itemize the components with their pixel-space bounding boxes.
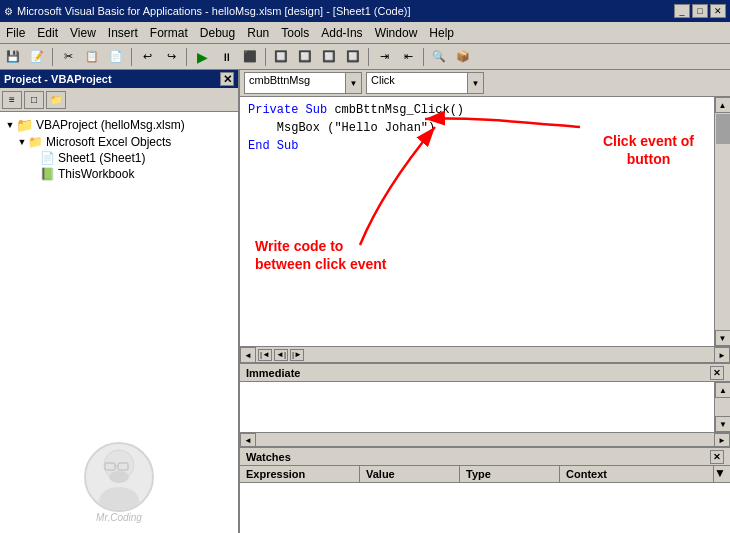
immediate-close[interactable]: ✕ — [710, 366, 724, 380]
toolbar-btn6[interactable]: 🔲 — [294, 47, 316, 67]
object-combo-wrapper: cmbBttnMsg ▼ — [244, 72, 362, 94]
menu-tools[interactable]: Tools — [275, 24, 315, 42]
toolbar-redo[interactable]: ↪ — [160, 47, 182, 67]
watches-close[interactable]: ✕ — [710, 450, 724, 464]
immediate-vscroll[interactable]: ▲ ▼ — [714, 382, 730, 432]
menu-view[interactable]: View — [64, 24, 102, 42]
toggle-folders-btn[interactable]: 📁 — [46, 91, 66, 109]
tree-vbaproject[interactable]: ▼ 📁 VBAProject (helloMsg.xlsm) — [4, 116, 234, 134]
menu-addins[interactable]: Add-Ins — [315, 24, 368, 42]
toolbar-obj-browser[interactable]: 📦 — [452, 47, 474, 67]
code-scroll-area: Private Sub cmbBttnMsg_Click() MsgBox ("… — [240, 97, 714, 346]
toolbar-copy[interactable]: 📋 — [81, 47, 103, 67]
toolbar-sep4 — [265, 48, 266, 66]
app-icon: ⚙ — [4, 6, 13, 17]
menu-debug[interactable]: Debug — [194, 24, 241, 42]
watermark: Mr.Coding — [84, 442, 154, 523]
scroll-thumb[interactable] — [716, 114, 730, 144]
imm-scroll-down[interactable]: ▼ — [715, 416, 730, 432]
hscroll-btn3[interactable]: |► — [290, 349, 304, 361]
imm-scroll-track — [715, 398, 730, 416]
event-combo-wrapper: Click ▼ — [366, 72, 484, 94]
maximize-button[interactable]: □ — [692, 4, 708, 18]
menu-file[interactable]: File — [0, 24, 31, 42]
toolbar-btn5[interactable]: 🔲 — [270, 47, 292, 67]
toolbar-insert[interactable]: 📝 — [26, 47, 48, 67]
toolbar-cut[interactable]: ✂ — [57, 47, 79, 67]
toolbar-stop[interactable]: ⬛ — [239, 47, 261, 67]
watermark-text: Mr.Coding — [96, 512, 142, 523]
sheet1-label: Sheet1 (Sheet1) — [58, 151, 145, 165]
project-panel-label: Project - VBAProject — [4, 73, 112, 85]
view-object-btn[interactable]: □ — [24, 91, 44, 109]
immediate-content[interactable] — [240, 382, 714, 432]
code-line-2: MsgBox ("Hello Johan") — [248, 119, 706, 137]
code-content: Private Sub cmbBttnMsg_Click() MsgBox ("… — [240, 97, 714, 159]
toolbar-sep1 — [52, 48, 53, 66]
watches-corner: ▼ — [714, 466, 730, 482]
imm-hscroll-track — [256, 433, 714, 446]
menu-insert[interactable]: Insert — [102, 24, 144, 42]
svg-point-5 — [99, 487, 139, 510]
toolbar-paste[interactable]: 📄 — [105, 47, 127, 67]
toolbar-pause[interactable]: ⏸ — [215, 47, 237, 67]
menu-window[interactable]: Window — [369, 24, 424, 42]
project-panel-toolbar: ≡ □ 📁 — [0, 88, 238, 112]
menu-edit[interactable]: Edit — [31, 24, 64, 42]
code-hscrollbar[interactable]: ◄ |◄ ◄| |► ► — [240, 346, 730, 362]
expand-icon: ▼ — [4, 120, 16, 130]
imm-hscroll-right[interactable]: ► — [714, 433, 730, 447]
thisworkbook-label: ThisWorkbook — [58, 167, 134, 181]
watches-col-context: Context — [560, 466, 714, 482]
tree-thisworkbook[interactable]: 📗 ThisWorkbook — [4, 166, 234, 182]
event-combo-arrow[interactable]: ▼ — [467, 73, 483, 93]
sheet1-expand — [28, 153, 40, 163]
scroll-down-btn[interactable]: ▼ — [715, 330, 731, 346]
menu-help[interactable]: Help — [423, 24, 460, 42]
imm-scroll-up[interactable]: ▲ — [715, 382, 730, 398]
event-combo[interactable]: Click — [367, 73, 467, 93]
code-vscrollbar[interactable]: ▲ ▼ — [714, 97, 730, 346]
scroll-up-btn[interactable]: ▲ — [715, 97, 731, 113]
hscroll-left[interactable]: ◄ — [240, 347, 256, 363]
code-line-1: Private Sub cmbBttnMsg_Click() — [248, 101, 706, 119]
thisworkbook-expand — [28, 169, 40, 179]
toolbar-btn7[interactable]: 🔲 — [318, 47, 340, 67]
avatar-circle — [84, 442, 154, 512]
project-panel-close[interactable]: ✕ — [220, 72, 234, 86]
code-area-wrapper: Private Sub cmbBttnMsg_Click() MsgBox ("… — [240, 97, 730, 346]
tree-sheet1[interactable]: 📄 Sheet1 (Sheet1) — [4, 150, 234, 166]
minimize-button[interactable]: _ — [674, 4, 690, 18]
code-editor[interactable]: Private Sub cmbBttnMsg_Click() MsgBox ("… — [240, 97, 714, 346]
immediate-hscroll[interactable]: ◄ ► — [240, 432, 730, 446]
hscroll-btn2[interactable]: ◄| — [274, 349, 288, 361]
menu-run[interactable]: Run — [241, 24, 275, 42]
toolbar-btn8[interactable]: 🔲 — [342, 47, 364, 67]
hscroll-btn1[interactable]: |◄ — [258, 349, 272, 361]
toolbar-indent[interactable]: ⇥ — [373, 47, 395, 67]
menu-format[interactable]: Format — [144, 24, 194, 42]
code-line-3: End Sub — [248, 137, 706, 155]
hscroll-buttons: |◄ ◄| |► — [256, 347, 306, 362]
close-button[interactable]: ✕ — [710, 4, 726, 18]
vbaproject-label: VBAProject (helloMsg.xlsm) — [36, 118, 185, 132]
toolbar-save[interactable]: 💾 — [2, 47, 24, 67]
object-combo-arrow[interactable]: ▼ — [345, 73, 361, 93]
toolbar-find[interactable]: 🔍 — [428, 47, 450, 67]
main-area: Project - VBAProject ✕ ≡ □ 📁 ▼ 📁 VBAProj… — [0, 70, 730, 533]
title-text: Microsoft Visual Basic for Applications … — [17, 5, 411, 17]
hscroll-right[interactable]: ► — [714, 347, 730, 363]
view-code-btn[interactable]: ≡ — [2, 91, 22, 109]
hscroll-track — [306, 347, 714, 362]
title-bar: ⚙ Microsoft Visual Basic for Application… — [0, 0, 730, 22]
excel-objects-expand: ▼ — [16, 137, 28, 147]
imm-hscroll-left[interactable]: ◄ — [240, 433, 256, 447]
toolbar-outdent[interactable]: ⇤ — [397, 47, 419, 67]
object-combo[interactable]: cmbBttnMsg — [245, 73, 345, 93]
toolbar-sep6 — [423, 48, 424, 66]
watches-col-value: Value — [360, 466, 460, 482]
tree-excel-objects[interactable]: ▼ 📁 Microsoft Excel Objects — [4, 134, 234, 150]
watches-content[interactable] — [240, 483, 730, 533]
toolbar-run[interactable]: ▶ — [191, 47, 213, 67]
toolbar-undo[interactable]: ↩ — [136, 47, 158, 67]
